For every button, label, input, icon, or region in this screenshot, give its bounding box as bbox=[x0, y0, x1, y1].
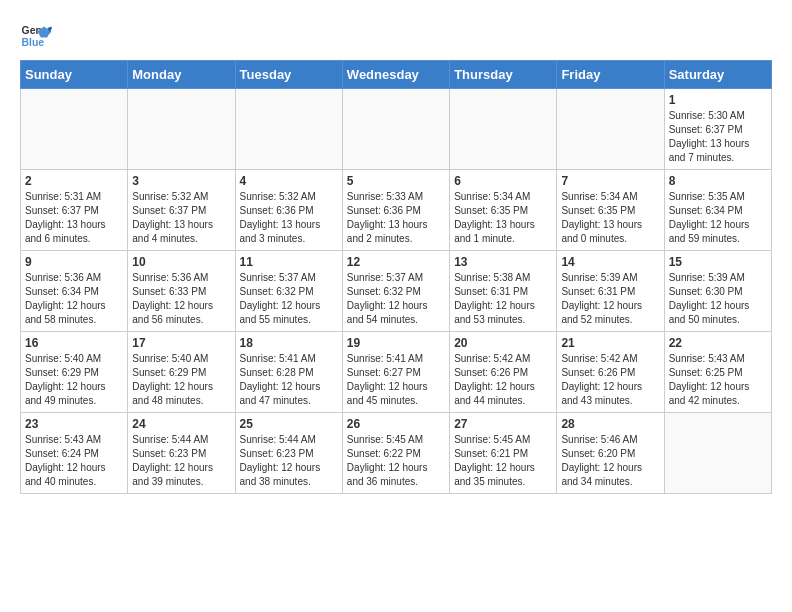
day-number: 13 bbox=[454, 255, 552, 269]
day-header-saturday: Saturday bbox=[664, 61, 771, 89]
day-info: Sunrise: 5:34 AM Sunset: 6:35 PM Dayligh… bbox=[561, 190, 659, 246]
calendar-cell: 14Sunrise: 5:39 AM Sunset: 6:31 PM Dayli… bbox=[557, 251, 664, 332]
day-number: 16 bbox=[25, 336, 123, 350]
calendar-cell: 12Sunrise: 5:37 AM Sunset: 6:32 PM Dayli… bbox=[342, 251, 449, 332]
day-info: Sunrise: 5:30 AM Sunset: 6:37 PM Dayligh… bbox=[669, 109, 767, 165]
day-number: 17 bbox=[132, 336, 230, 350]
day-info: Sunrise: 5:44 AM Sunset: 6:23 PM Dayligh… bbox=[132, 433, 230, 489]
day-info: Sunrise: 5:38 AM Sunset: 6:31 PM Dayligh… bbox=[454, 271, 552, 327]
day-number: 20 bbox=[454, 336, 552, 350]
calendar-cell: 16Sunrise: 5:40 AM Sunset: 6:29 PM Dayli… bbox=[21, 332, 128, 413]
calendar-cell: 15Sunrise: 5:39 AM Sunset: 6:30 PM Dayli… bbox=[664, 251, 771, 332]
day-number: 3 bbox=[132, 174, 230, 188]
day-info: Sunrise: 5:39 AM Sunset: 6:30 PM Dayligh… bbox=[669, 271, 767, 327]
day-number: 18 bbox=[240, 336, 338, 350]
day-number: 7 bbox=[561, 174, 659, 188]
day-number: 22 bbox=[669, 336, 767, 350]
svg-text:Blue: Blue bbox=[22, 37, 45, 48]
day-number: 21 bbox=[561, 336, 659, 350]
logo: General Blue bbox=[20, 20, 52, 52]
day-info: Sunrise: 5:37 AM Sunset: 6:32 PM Dayligh… bbox=[240, 271, 338, 327]
day-number: 25 bbox=[240, 417, 338, 431]
day-number: 11 bbox=[240, 255, 338, 269]
calendar-cell: 1Sunrise: 5:30 AM Sunset: 6:37 PM Daylig… bbox=[664, 89, 771, 170]
day-info: Sunrise: 5:32 AM Sunset: 6:37 PM Dayligh… bbox=[132, 190, 230, 246]
calendar-cell: 22Sunrise: 5:43 AM Sunset: 6:25 PM Dayli… bbox=[664, 332, 771, 413]
day-header-monday: Monday bbox=[128, 61, 235, 89]
day-info: Sunrise: 5:34 AM Sunset: 6:35 PM Dayligh… bbox=[454, 190, 552, 246]
day-info: Sunrise: 5:41 AM Sunset: 6:27 PM Dayligh… bbox=[347, 352, 445, 408]
calendar-cell: 4Sunrise: 5:32 AM Sunset: 6:36 PM Daylig… bbox=[235, 170, 342, 251]
calendar-cell: 17Sunrise: 5:40 AM Sunset: 6:29 PM Dayli… bbox=[128, 332, 235, 413]
day-info: Sunrise: 5:39 AM Sunset: 6:31 PM Dayligh… bbox=[561, 271, 659, 327]
day-number: 1 bbox=[669, 93, 767, 107]
day-number: 9 bbox=[25, 255, 123, 269]
day-info: Sunrise: 5:36 AM Sunset: 6:33 PM Dayligh… bbox=[132, 271, 230, 327]
calendar-cell bbox=[21, 89, 128, 170]
calendar-cell: 2Sunrise: 5:31 AM Sunset: 6:37 PM Daylig… bbox=[21, 170, 128, 251]
day-info: Sunrise: 5:41 AM Sunset: 6:28 PM Dayligh… bbox=[240, 352, 338, 408]
day-info: Sunrise: 5:32 AM Sunset: 6:36 PM Dayligh… bbox=[240, 190, 338, 246]
calendar-cell: 25Sunrise: 5:44 AM Sunset: 6:23 PM Dayli… bbox=[235, 413, 342, 494]
day-number: 19 bbox=[347, 336, 445, 350]
calendar-cell: 24Sunrise: 5:44 AM Sunset: 6:23 PM Dayli… bbox=[128, 413, 235, 494]
calendar-cell: 3Sunrise: 5:32 AM Sunset: 6:37 PM Daylig… bbox=[128, 170, 235, 251]
day-number: 4 bbox=[240, 174, 338, 188]
calendar-cell bbox=[342, 89, 449, 170]
day-number: 28 bbox=[561, 417, 659, 431]
logo-icon: General Blue bbox=[20, 20, 52, 52]
calendar-cell: 26Sunrise: 5:45 AM Sunset: 6:22 PM Dayli… bbox=[342, 413, 449, 494]
calendar-week-2: 2Sunrise: 5:31 AM Sunset: 6:37 PM Daylig… bbox=[21, 170, 772, 251]
day-info: Sunrise: 5:43 AM Sunset: 6:25 PM Dayligh… bbox=[669, 352, 767, 408]
day-info: Sunrise: 5:31 AM Sunset: 6:37 PM Dayligh… bbox=[25, 190, 123, 246]
day-info: Sunrise: 5:42 AM Sunset: 6:26 PM Dayligh… bbox=[454, 352, 552, 408]
calendar-cell: 7Sunrise: 5:34 AM Sunset: 6:35 PM Daylig… bbox=[557, 170, 664, 251]
day-header-wednesday: Wednesday bbox=[342, 61, 449, 89]
calendar-cell: 23Sunrise: 5:43 AM Sunset: 6:24 PM Dayli… bbox=[21, 413, 128, 494]
day-info: Sunrise: 5:37 AM Sunset: 6:32 PM Dayligh… bbox=[347, 271, 445, 327]
calendar-cell: 27Sunrise: 5:45 AM Sunset: 6:21 PM Dayli… bbox=[450, 413, 557, 494]
calendar-cell: 21Sunrise: 5:42 AM Sunset: 6:26 PM Dayli… bbox=[557, 332, 664, 413]
calendar-cell bbox=[557, 89, 664, 170]
calendar-cell: 13Sunrise: 5:38 AM Sunset: 6:31 PM Dayli… bbox=[450, 251, 557, 332]
calendar-week-4: 16Sunrise: 5:40 AM Sunset: 6:29 PM Dayli… bbox=[21, 332, 772, 413]
day-number: 6 bbox=[454, 174, 552, 188]
calendar-cell: 28Sunrise: 5:46 AM Sunset: 6:20 PM Dayli… bbox=[557, 413, 664, 494]
day-number: 14 bbox=[561, 255, 659, 269]
day-info: Sunrise: 5:35 AM Sunset: 6:34 PM Dayligh… bbox=[669, 190, 767, 246]
day-number: 5 bbox=[347, 174, 445, 188]
calendar-cell bbox=[450, 89, 557, 170]
day-number: 10 bbox=[132, 255, 230, 269]
day-number: 15 bbox=[669, 255, 767, 269]
day-header-sunday: Sunday bbox=[21, 61, 128, 89]
calendar-cell bbox=[664, 413, 771, 494]
day-number: 23 bbox=[25, 417, 123, 431]
calendar-cell bbox=[128, 89, 235, 170]
day-number: 2 bbox=[25, 174, 123, 188]
day-info: Sunrise: 5:42 AM Sunset: 6:26 PM Dayligh… bbox=[561, 352, 659, 408]
calendar-cell: 5Sunrise: 5:33 AM Sunset: 6:36 PM Daylig… bbox=[342, 170, 449, 251]
day-info: Sunrise: 5:40 AM Sunset: 6:29 PM Dayligh… bbox=[25, 352, 123, 408]
calendar-week-1: 1Sunrise: 5:30 AM Sunset: 6:37 PM Daylig… bbox=[21, 89, 772, 170]
day-header-thursday: Thursday bbox=[450, 61, 557, 89]
day-info: Sunrise: 5:45 AM Sunset: 6:22 PM Dayligh… bbox=[347, 433, 445, 489]
page-header: General Blue bbox=[20, 20, 772, 52]
calendar-cell: 20Sunrise: 5:42 AM Sunset: 6:26 PM Dayli… bbox=[450, 332, 557, 413]
day-header-tuesday: Tuesday bbox=[235, 61, 342, 89]
day-number: 8 bbox=[669, 174, 767, 188]
calendar-cell: 11Sunrise: 5:37 AM Sunset: 6:32 PM Dayli… bbox=[235, 251, 342, 332]
day-number: 24 bbox=[132, 417, 230, 431]
day-number: 26 bbox=[347, 417, 445, 431]
calendar-cell bbox=[235, 89, 342, 170]
day-info: Sunrise: 5:43 AM Sunset: 6:24 PM Dayligh… bbox=[25, 433, 123, 489]
day-number: 27 bbox=[454, 417, 552, 431]
day-info: Sunrise: 5:40 AM Sunset: 6:29 PM Dayligh… bbox=[132, 352, 230, 408]
calendar-table: SundayMondayTuesdayWednesdayThursdayFrid… bbox=[20, 60, 772, 494]
day-info: Sunrise: 5:46 AM Sunset: 6:20 PM Dayligh… bbox=[561, 433, 659, 489]
day-info: Sunrise: 5:44 AM Sunset: 6:23 PM Dayligh… bbox=[240, 433, 338, 489]
calendar-cell: 10Sunrise: 5:36 AM Sunset: 6:33 PM Dayli… bbox=[128, 251, 235, 332]
calendar-cell: 19Sunrise: 5:41 AM Sunset: 6:27 PM Dayli… bbox=[342, 332, 449, 413]
calendar-cell: 8Sunrise: 5:35 AM Sunset: 6:34 PM Daylig… bbox=[664, 170, 771, 251]
day-info: Sunrise: 5:33 AM Sunset: 6:36 PM Dayligh… bbox=[347, 190, 445, 246]
calendar-cell: 9Sunrise: 5:36 AM Sunset: 6:34 PM Daylig… bbox=[21, 251, 128, 332]
